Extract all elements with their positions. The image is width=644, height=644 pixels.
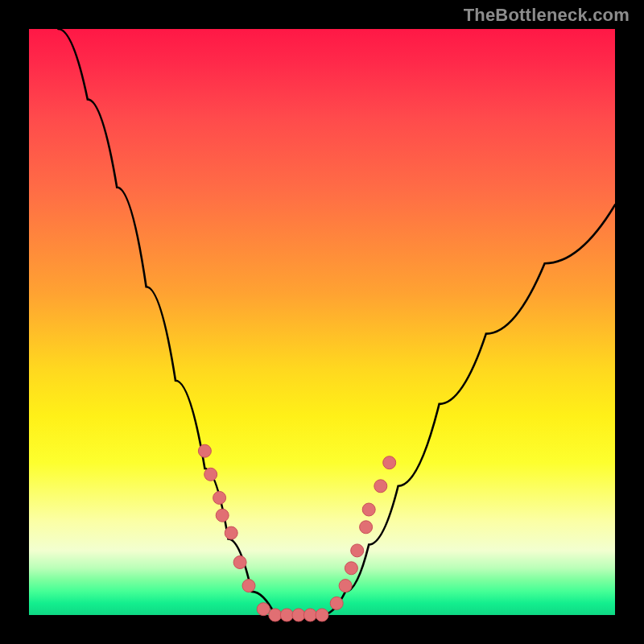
data-marker	[292, 609, 305, 621]
plot-area	[29, 29, 615, 615]
plot-svg	[29, 29, 615, 615]
data-marker	[242, 580, 255, 592]
data-marker	[345, 562, 357, 575]
data-marker	[213, 491, 226, 504]
data-marker	[316, 609, 328, 621]
chart-container: TheBottleneck.com	[0, 0, 644, 644]
data-marker	[233, 556, 246, 569]
data-marker	[198, 444, 211, 457]
data-marker	[225, 526, 237, 539]
data-marker	[362, 503, 375, 516]
data-marker	[216, 509, 229, 522]
data-marker	[383, 456, 396, 469]
data-marker	[269, 609, 282, 621]
data-marker	[257, 603, 270, 616]
data-marker	[204, 468, 217, 481]
data-marker	[303, 609, 316, 621]
data-marker	[360, 521, 373, 534]
data-marker	[374, 480, 387, 493]
data-marker	[280, 609, 293, 621]
data-marker	[330, 597, 343, 609]
bottleneck-curve-path	[58, 29, 615, 615]
watermark-text: TheBottleneck.com	[464, 5, 630, 26]
data-markers-group	[198, 444, 395, 621]
data-marker	[351, 544, 364, 557]
data-marker	[339, 580, 352, 592]
